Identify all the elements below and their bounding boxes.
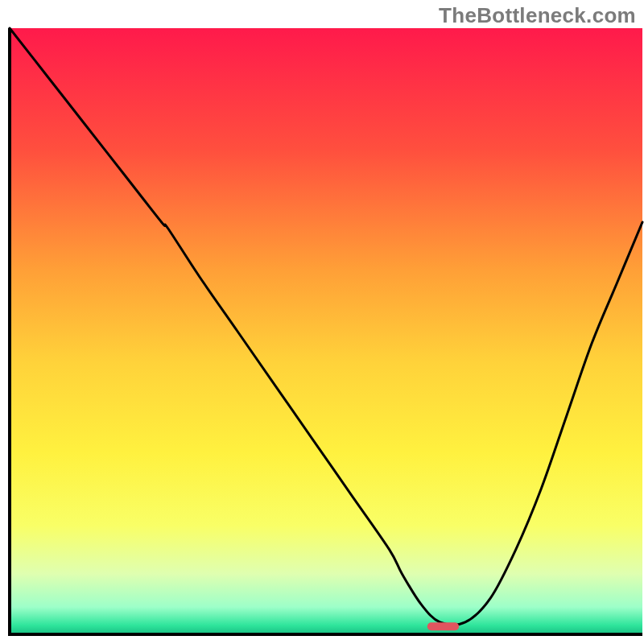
minimum-marker [427,622,459,630]
gradient-background [10,28,642,634]
chart-container: TheBottleneck.com [0,0,644,644]
bottleneck-plot [0,0,644,644]
